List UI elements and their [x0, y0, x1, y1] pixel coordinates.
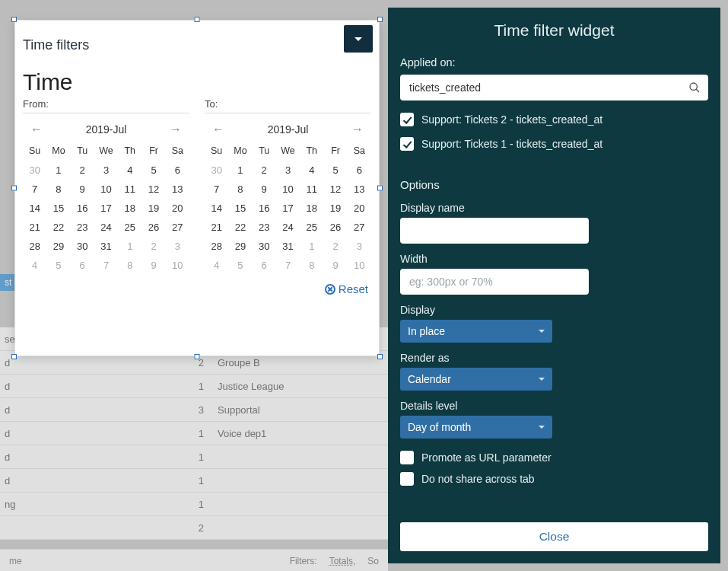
calendar-day[interactable]: 9: [253, 180, 276, 199]
calendar-day[interactable]: 11: [300, 180, 323, 199]
calendar-day[interactable]: 15: [46, 199, 70, 218]
next-month-button[interactable]: →: [347, 121, 368, 138]
calendar-day[interactable]: 18: [300, 199, 323, 218]
calendar-day[interactable]: 19: [323, 199, 347, 218]
reset-button[interactable]: Reset: [325, 282, 368, 295]
calendar-day[interactable]: 7: [205, 180, 228, 199]
calendar-day[interactable]: 20: [348, 199, 371, 218]
calendar-day[interactable]: 8: [46, 180, 70, 199]
prev-month-button[interactable]: ←: [208, 121, 229, 138]
calendar-day[interactable]: 6: [253, 256, 276, 275]
calendar-day[interactable]: 28: [23, 237, 46, 256]
calendar-day[interactable]: 30: [23, 161, 46, 180]
calendar-day[interactable]: 5: [228, 256, 252, 275]
calendar-day[interactable]: 7: [276, 256, 300, 275]
calendar-day[interactable]: 2: [323, 237, 347, 256]
calendar-day[interactable]: 7: [94, 256, 118, 275]
calendar-day[interactable]: 22: [46, 218, 70, 237]
calendar-day[interactable]: 3: [166, 237, 189, 256]
calendar-day[interactable]: 24: [276, 218, 300, 237]
calendar-day[interactable]: 10: [348, 256, 371, 275]
calendar-day[interactable]: 13: [348, 180, 371, 199]
applied-on-input[interactable]: [400, 75, 708, 100]
calendar-day[interactable]: 12: [323, 180, 347, 199]
calendar-day[interactable]: 9: [323, 256, 347, 275]
calendar-day[interactable]: 30: [205, 161, 228, 180]
calendar-day[interactable]: 19: [141, 199, 165, 218]
calendar-day[interactable]: 27: [348, 218, 371, 237]
close-button[interactable]: Close: [400, 522, 708, 551]
calendar-day[interactable]: 4: [23, 256, 46, 275]
applied-column-row[interactable]: Support: Tickets 1 - tickets_created_at: [400, 137, 708, 151]
calendar-day[interactable]: 27: [166, 218, 189, 237]
calendar-day[interactable]: 16: [71, 199, 94, 218]
calendar-day[interactable]: 29: [228, 237, 252, 256]
panel-menu-button[interactable]: [344, 25, 373, 53]
calendar-day[interactable]: 28: [205, 237, 228, 256]
calendar-day[interactable]: 3: [276, 161, 300, 180]
calendar-day[interactable]: 21: [205, 218, 228, 237]
calendar-day[interactable]: 8: [118, 256, 141, 275]
calendar-day[interactable]: 30: [253, 237, 276, 256]
calendar-day[interactable]: 9: [141, 256, 165, 275]
display-name-input[interactable]: [400, 218, 589, 244]
calendar-day[interactable]: 1: [118, 237, 141, 256]
calendar-day[interactable]: 13: [166, 180, 189, 199]
calendar-day[interactable]: 8: [228, 180, 252, 199]
calendar-day[interactable]: 4: [205, 256, 228, 275]
promote-url-checkbox[interactable]: [400, 451, 414, 464]
calendar-day[interactable]: 14: [23, 199, 46, 218]
calendar-day[interactable]: 20: [166, 199, 189, 218]
applied-column-row[interactable]: Support: Tickets 2 - tickets_created_at: [400, 113, 708, 126]
prev-month-button[interactable]: ←: [26, 121, 47, 138]
calendar-day[interactable]: 4: [118, 161, 141, 180]
do-not-share-checkbox[interactable]: [400, 472, 414, 486]
calendar-day[interactable]: 6: [166, 161, 189, 180]
calendar-day[interactable]: 1: [228, 161, 252, 180]
calendar-day[interactable]: 16: [253, 199, 276, 218]
calendar-day[interactable]: 1: [300, 237, 323, 256]
calendar-day[interactable]: 3: [348, 237, 371, 256]
calendar-day[interactable]: 17: [276, 199, 300, 218]
calendar-day[interactable]: 2: [71, 161, 94, 180]
calendar-day[interactable]: 31: [94, 237, 118, 256]
calendar-day[interactable]: 26: [141, 218, 165, 237]
calendar-day[interactable]: 30: [71, 237, 94, 256]
calendar-day[interactable]: 11: [118, 180, 141, 199]
calendar-day[interactable]: 25: [118, 218, 141, 237]
checkbox-checked-icon[interactable]: [400, 137, 414, 151]
calendar-day[interactable]: 18: [118, 199, 141, 218]
width-input[interactable]: [400, 269, 589, 295]
render-as-select[interactable]: Calendar: [400, 368, 552, 391]
calendar-day[interactable]: 4: [300, 161, 323, 180]
calendar-day[interactable]: 10: [166, 256, 189, 275]
calendar-day[interactable]: 17: [94, 199, 118, 218]
details-level-select[interactable]: Day of month: [400, 416, 552, 439]
calendar-day[interactable]: 5: [323, 161, 347, 180]
calendar-day[interactable]: 10: [276, 180, 300, 199]
calendar-day[interactable]: 23: [71, 218, 94, 237]
calendar-day[interactable]: 2: [253, 161, 276, 180]
calendar-day[interactable]: 9: [71, 180, 94, 199]
time-filters-panel[interactable]: Time filters Time From: ← 2019-Jul → SuM…: [14, 20, 380, 356]
calendar-day[interactable]: 8: [300, 256, 323, 275]
calendar-day[interactable]: 31: [276, 237, 300, 256]
calendar-day[interactable]: 23: [253, 218, 276, 237]
calendar-day[interactable]: 1: [46, 161, 70, 180]
calendar-day[interactable]: 7: [23, 180, 46, 199]
calendar-day[interactable]: 6: [348, 161, 371, 180]
calendar-day[interactable]: 22: [228, 218, 252, 237]
calendar-day[interactable]: 3: [94, 161, 118, 180]
display-select[interactable]: In place: [400, 320, 552, 343]
calendar-day[interactable]: 14: [205, 199, 228, 218]
calendar-day[interactable]: 10: [94, 180, 118, 199]
calendar-day[interactable]: 5: [141, 161, 165, 180]
calendar-day[interactable]: 21: [23, 218, 46, 237]
calendar-day[interactable]: 6: [71, 256, 94, 275]
calendar-day[interactable]: 26: [323, 218, 347, 237]
calendar-day[interactable]: 24: [94, 218, 118, 237]
checkbox-checked-icon[interactable]: [400, 113, 414, 126]
calendar-day[interactable]: 29: [46, 237, 70, 256]
calendar-day[interactable]: 15: [228, 199, 252, 218]
calendar-day[interactable]: 25: [300, 218, 323, 237]
